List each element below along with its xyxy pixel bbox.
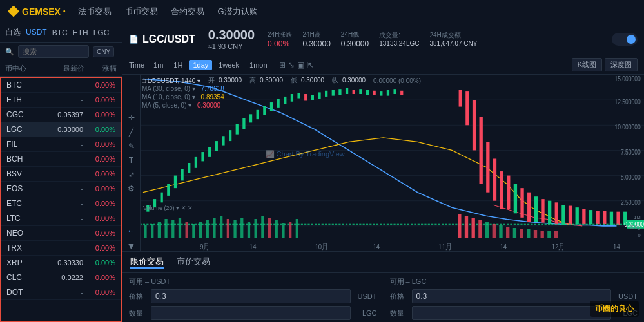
nav-g[interactable]: G潜力认购 xyxy=(217,6,257,17)
svg-rect-26 xyxy=(236,124,239,135)
svg-rect-20 xyxy=(195,157,197,168)
tool-crosshair[interactable]: ✛ xyxy=(128,113,135,122)
tool-line[interactable]: ╱ xyxy=(129,128,133,137)
buy-price-unit: USDT xyxy=(355,292,377,300)
tab-eth[interactable]: ETH xyxy=(73,28,88,37)
coin-row[interactable]: BSV-0.00% xyxy=(1,167,121,182)
search-icon: 🔍 xyxy=(5,48,14,56)
stat-low-value: 0.30000 xyxy=(341,39,369,48)
coin-change: 0.00% xyxy=(83,140,115,148)
tool-down[interactable]: ▼ xyxy=(127,241,136,251)
sell-price-input[interactable] xyxy=(412,289,612,303)
sell-qty-input[interactable] xyxy=(412,306,612,320)
coin-row[interactable]: LTC-0.00% xyxy=(1,211,121,226)
svg-rect-53 xyxy=(473,100,476,150)
coin-change: 0.00% xyxy=(83,289,115,296)
coin-row[interactable]: CGC0.053970.00% xyxy=(1,108,121,122)
coin-row[interactable]: EOS-0.00% xyxy=(1,182,121,196)
svg-rect-16 xyxy=(167,184,170,196)
coin-row[interactable]: BTC-0.00% xyxy=(1,78,121,93)
coin-row[interactable]: XRP0.303300.00% xyxy=(1,256,121,270)
buy-price-input[interactable] xyxy=(151,289,351,303)
chart-icon-3[interactable]: ▣ xyxy=(297,61,304,70)
svg-rect-43 xyxy=(353,90,355,94)
trading-forms: 可用 – USDT 价格 USDT 数量 LGC 可用 – LGC xyxy=(122,273,644,322)
svg-rect-117 xyxy=(506,227,509,238)
buy-price-label: 价格 xyxy=(129,292,147,301)
coin-row[interactable]: DOT-0.00% xyxy=(1,285,121,300)
header-change: 涨幅 xyxy=(84,64,117,73)
chart-icon-4[interactable]: ⇱ xyxy=(307,61,313,70)
sell-qty-label: 数量 xyxy=(390,308,408,318)
svg-rect-110 xyxy=(458,214,461,238)
time-1m[interactable]: 1m xyxy=(150,60,167,70)
tab-market-trade[interactable]: 市价交易 xyxy=(177,256,210,269)
chart-title: □ LGCUSDT, 1440 ▾ xyxy=(142,77,200,84)
chart-type-buttons: K线图 深度图 xyxy=(572,58,638,71)
coin-row[interactable]: ETC-0.00% xyxy=(1,196,121,211)
tool-draw[interactable]: ✎ xyxy=(128,142,135,151)
tool-back[interactable]: ← xyxy=(127,225,136,236)
theme-toggle[interactable] xyxy=(612,33,638,46)
coin-row[interactable]: BCH-0.00% xyxy=(1,152,121,167)
coin-change: 0.00% xyxy=(83,185,115,193)
ma10-label: MA (10, close, 0) ▾ xyxy=(142,93,195,100)
sell-available: 可用 – LGC xyxy=(390,277,638,287)
nav-coin[interactable]: 币币交易 xyxy=(124,6,158,17)
tab-zixuan[interactable]: 自选 xyxy=(5,27,21,38)
svg-rect-35 xyxy=(297,93,300,99)
coin-name: ETC xyxy=(6,199,38,208)
ma5-value: 0.30000 xyxy=(197,102,220,109)
coin-list-header: 币中心 最新价 涨幅 xyxy=(0,61,122,77)
tool-measure[interactable]: ⤢ xyxy=(128,170,135,179)
buy-qty-input[interactable] xyxy=(151,306,351,320)
svg-rect-50 xyxy=(400,91,403,95)
time-1day[interactable]: 1day xyxy=(189,60,212,70)
tab-lgc[interactable]: LGC xyxy=(93,28,110,37)
depth-button[interactable]: 深度图 xyxy=(605,58,638,71)
search-input[interactable] xyxy=(18,45,89,58)
cny-toggle[interactable]: CNY xyxy=(93,46,114,57)
coin-row[interactable]: ETH-0.00% xyxy=(1,93,121,108)
time-1week[interactable]: 1week xyxy=(215,60,243,70)
coin-name: BCH xyxy=(6,155,38,164)
coin-price: - xyxy=(38,155,83,163)
coin-row[interactable]: FIL-0.00% xyxy=(1,137,121,152)
tab-usdt[interactable]: USDT xyxy=(26,28,47,37)
chart-icon-2[interactable]: ⤡ xyxy=(288,61,295,70)
tool-text[interactable]: T xyxy=(129,156,133,165)
svg-text:15.000000: 15.000000 xyxy=(614,75,640,83)
coin-row[interactable]: NEO-0.00% xyxy=(1,226,121,241)
coin-row[interactable]: CLC0.02220.00% xyxy=(1,270,121,285)
coin-name: NEO xyxy=(6,229,38,238)
trading-section: 限价交易 市价交易 可用 – USDT 价格 USDT 数量 LGC xyxy=(122,251,644,322)
time-1h[interactable]: 1H xyxy=(170,60,186,70)
svg-rect-98 xyxy=(220,216,222,238)
coin-price: - xyxy=(38,140,83,148)
svg-text:14: 14 xyxy=(613,242,620,251)
svg-rect-49 xyxy=(393,89,396,94)
chart-icon-1[interactable]: ⊞ xyxy=(279,61,286,70)
top-nav: GEMSEX • 法币交易 币币交易 合约交易 G潜力认购 xyxy=(0,0,644,23)
trading-tabs: 限价交易 市价交易 xyxy=(122,252,644,273)
nav-fabi[interactable]: 法币交易 xyxy=(78,6,112,17)
ticker-pair: 📄 LGC/USDT xyxy=(129,33,195,45)
coin-name: EOS xyxy=(6,184,38,193)
chart-area: □ LGCUSDT, 1440 ▾ 开=0.30000 高=0.30000 低=… xyxy=(122,75,644,251)
time-1mon[interactable]: 1mon xyxy=(246,60,271,70)
svg-rect-36 xyxy=(304,94,307,100)
svg-rect-95 xyxy=(199,222,202,238)
svg-rect-25 xyxy=(229,130,231,141)
kline-button[interactable]: K线图 xyxy=(572,58,602,71)
stat-change: 24H涨跌 0.00% xyxy=(268,30,292,48)
coin-price: - xyxy=(38,185,83,193)
coin-row[interactable]: LGC0.300000.00% xyxy=(1,122,121,137)
tab-btc[interactable]: BTC xyxy=(52,28,68,37)
close-label: 收=0.30000 xyxy=(332,76,366,85)
nav-contract[interactable]: 合约交易 xyxy=(171,6,204,17)
coin-row[interactable]: TRX-0.00% xyxy=(1,241,121,256)
svg-rect-124 xyxy=(554,231,558,238)
tab-limit-trade[interactable]: 限价交易 xyxy=(130,256,164,269)
svg-rect-115 xyxy=(493,224,496,238)
tool-settings[interactable]: ⚙ xyxy=(128,184,135,193)
